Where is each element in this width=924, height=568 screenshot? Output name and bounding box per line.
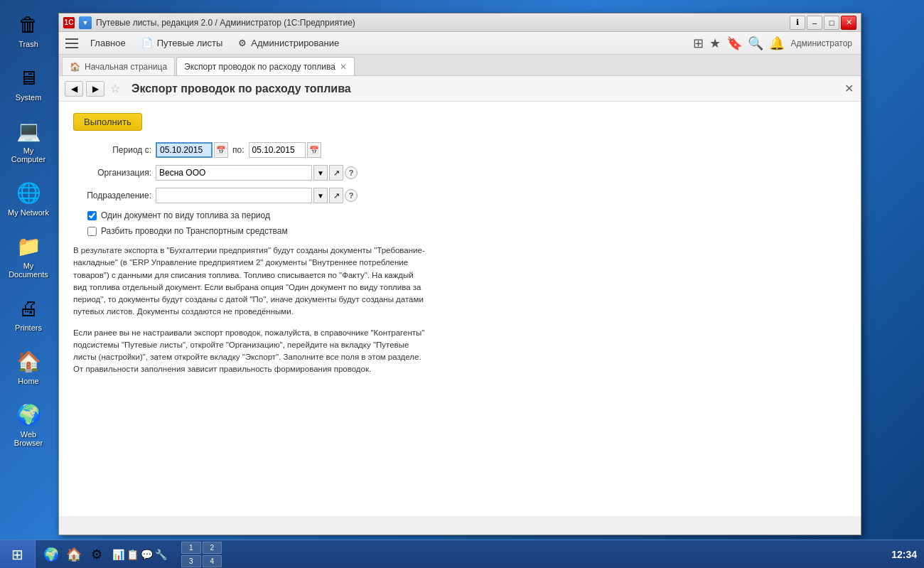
execute-button[interactable]: Выполнить [73,113,142,131]
checkbox1[interactable] [87,211,97,220]
apps-icon[interactable]: ⊞ [693,36,704,51]
minimize-button[interactable]: – [807,16,822,30]
org-input[interactable] [156,165,312,181]
period-to-group: 📅 [249,142,321,158]
taskbar-icon-7[interactable]: 🔧 [155,549,167,560]
menu-item-main[interactable]: Главное [83,35,133,51]
checkbox1-label[interactable]: Один документ по виду топлива за период [101,210,270,220]
org-label: Организация: [73,168,151,178]
org-dropdown-button[interactable]: ▼ [313,165,328,181]
info-paragraph-1: В результате экспорта в "Бухгалтерии пре… [73,245,429,318]
system-label: System [16,93,42,102]
taskbar-grid-1[interactable]: 1 [181,542,201,554]
tab-home[interactable]: 🏠 Начальная страница [62,57,175,75]
maximize-button[interactable]: □ [824,16,839,30]
bookmark-star-icon[interactable]: ☆ [107,81,123,97]
desktop-icon-web-browser[interactable]: 🌍 Web Browser [4,397,53,450]
subdiv-row: Подразделение: ▼ ↗ ? [73,188,847,203]
bookmark-icon[interactable]: 🔖 [726,36,742,51]
desktop-icon-printers[interactable]: 🖨 Printers [4,291,53,335]
title-dropdown[interactable]: ▼ [79,16,92,29]
taskbar-icon-2[interactable]: 🏠 [64,545,84,564]
subdiv-help-button[interactable]: ? [345,189,358,202]
info-text-area: В результате экспорта в "Бухгалтерии пре… [73,245,429,376]
web-browser-icon: 🌍 [14,400,43,429]
export-tab-label: Экспорт проводок по расходу топлива [184,62,335,72]
subdiv-field-group: ▼ ↗ ? [156,188,358,203]
user-name: Администратор [790,38,852,48]
period-label: Период с: [73,145,151,155]
org-help-button[interactable]: ? [345,166,358,179]
taskbar-grid-3[interactable]: 3 [181,555,201,567]
menu-bar: Главное 📄 Путевые листы ⚙ Администрирова… [59,32,861,55]
taskbar-icon-1[interactable]: 🌍 [41,545,61,564]
tab-export[interactable]: Экспорт проводок по расходу топлива ✕ [176,57,355,75]
subdiv-dropdown-button[interactable]: ▼ [313,188,328,203]
checkbox2[interactable] [87,227,97,236]
waybills-label: Путевые листы [157,38,223,48]
taskbar-grid-4[interactable]: 4 [203,555,222,567]
inner-window-title: Экспорт проводок по расходу топлива [131,82,351,95]
network-icon: 🌐 [14,178,43,207]
close-button[interactable]: ✕ [841,16,856,30]
desktop-icon-my-documents[interactable]: 📁 My Documents [4,229,53,282]
favorites-icon[interactable]: ★ [709,36,721,51]
desktop-icon-trash[interactable]: 🗑 Trash [4,7,53,51]
home-tab-label: Начальная страница [85,62,167,72]
content-wrapper: ◀ ▶ ☆ Экспорт проводок по расходу топлив… [59,76,861,516]
subdiv-link-button[interactable]: ↗ [329,188,343,203]
checkbox2-label[interactable]: Разбить проводки по Транспортным средств… [101,226,288,236]
taskbar-start-button[interactable]: ⊞ [0,540,36,569]
subdiv-label: Подразделение: [73,191,151,200]
desktop-icon-system[interactable]: 🖥 System [4,60,53,105]
app-title: Путевые листы, редакция 2.0 / Администра… [96,18,785,28]
period-row: Период с: 📅 по: 📅 [73,142,847,158]
period-from-input[interactable] [156,142,213,158]
info-paragraph-2: Если ранее вы не настраивали экспорт про… [73,327,429,376]
taskbar-icon-3[interactable]: ⚙ [87,545,107,564]
checkbox2-row: Разбить проводки по Транспортным средств… [87,226,847,236]
desktop-icon-home[interactable]: 🏠 Home [4,344,53,388]
desktop-icon-my-network[interactable]: 🌐 My Network [4,176,53,220]
documents-icon: 📁 [14,232,43,260]
hamburger-menu[interactable] [62,33,82,53]
trash-label: Trash [18,40,38,48]
tab-close-icon[interactable]: ✕ [340,62,347,72]
search-icon[interactable]: 🔍 [748,36,763,51]
desktop-icon-my-computer[interactable]: 💻 My Computer [4,114,53,166]
menu-right: ⊞ ★ 🔖 🔍 🔔 Администратор [693,36,858,51]
admin-icon: ⚙ [238,38,247,48]
form-area: Выполнить Период с: 📅 по: 📅 [59,102,861,396]
info-button[interactable]: ℹ [790,16,805,30]
period-separator: по: [232,145,245,155]
period-from-calendar-icon[interactable]: 📅 [214,142,228,158]
subdiv-input[interactable] [156,188,312,203]
window-controls: ℹ – □ ✕ [790,16,856,30]
taskbar-icon-5[interactable]: 📋 [127,549,139,560]
tab-bar: 🏠 Начальная страница Экспорт проводок по… [59,55,861,76]
org-link-button[interactable]: ↗ [329,165,343,181]
period-to-input[interactable] [249,142,306,158]
clock: 12:34 [891,549,917,560]
my-documents-label: My Documents [6,262,50,279]
back-button[interactable]: ◀ [65,81,83,97]
taskbar-icon-4[interactable]: 📊 [112,549,124,560]
system-icon: 🖥 [14,63,43,92]
printers-icon: 🖨 [14,294,43,322]
app-icon: 1С [63,17,75,28]
forward-button[interactable]: ▶ [86,81,104,97]
taskbar-grid: 1 2 3 4 [178,539,225,569]
desktop-icons: 🗑 Trash 🖥 System 💻 My Computer 🌐 My Netw… [0,0,57,540]
inner-close-button[interactable]: ✕ [844,82,854,95]
menu-item-admin[interactable]: ⚙ Администрирование [231,35,346,51]
taskbar-grid-2[interactable]: 2 [203,542,222,554]
waybills-icon: 📄 [141,38,153,48]
period-to-calendar-icon[interactable]: 📅 [307,142,321,158]
notification-icon[interactable]: 🔔 [769,36,785,51]
menu-item-waybills[interactable]: 📄 Путевые листы [134,35,230,51]
org-field-group: ▼ ↗ ? [156,165,358,181]
web-browser-label: Web Browser [6,430,50,447]
taskbar-icon-6[interactable]: 💬 [141,549,153,560]
main-label: Главное [90,38,126,48]
printers-label: Printers [15,323,42,332]
